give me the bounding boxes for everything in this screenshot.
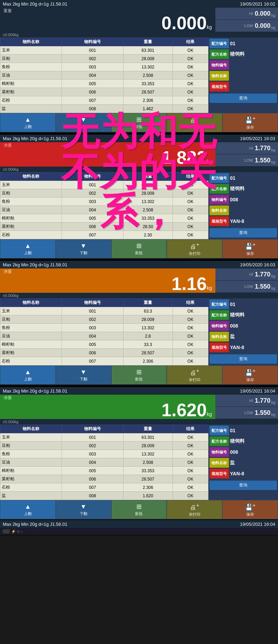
cell-code: 005 [62,80,123,88]
topbar-4: Max 2kg Min 20g d=1g J1.58.01 19/05/2021… [0,387,278,395]
info-panel-4: 配方编号 01 配方名称 猪饲料 物料编号 008 物料名称 盐 规格型号 YA… [208,425,278,500]
btn-reprint-1[interactable]: 🖨+ 补打印 [167,113,222,132]
low-label-4: LOW [244,411,253,415]
btn-save-4[interactable]: 💾+ 保存 [222,500,278,519]
up-icon-2: ▲ [25,242,31,250]
btn-reprint-3[interactable]: 🖨+ 补打印 [167,365,222,385]
reprint-icon-2: 🖨+ [190,241,199,250]
hi-unit-2: kg [271,148,275,152]
btn-save-label-1: 保存 [246,125,254,130]
weight-label-2: 净重 [3,143,12,148]
table-row: 豆油0042.8OK [0,332,208,340]
low-unit-4: kg [271,412,275,417]
btn-down-4[interactable]: ▼ 下翻 [56,500,111,519]
panel5-status: ⚡ 0-⌂ [0,528,278,535]
info-row-material-code-1: 物料编号 [209,60,277,70]
low-value-3: 1.550 [255,283,270,290]
panel-2: Max 2kg Min 20g d=1g J1.58.01 19/05/2021… [0,135,278,259]
up-icon-4: ▲ [25,503,31,510]
zero-row-1: ±0.000kg [0,32,278,38]
table-row: 盐0081.462OK [0,105,208,113]
btn-batch-1[interactable]: ⊞ 新批 [111,113,167,132]
search-button-3[interactable]: 查询 [209,354,277,364]
btn-up-3[interactable]: ▲ 上翻 [0,365,56,385]
weight-value-3: 1.16 [172,275,207,293]
btn-save-3[interactable]: 💾+ 保存 [222,365,278,385]
topbar-info-1: Max 2kg Min 20g d=1g J1.58.01 [3,1,67,7]
save-icon-3: 💾+ [245,368,256,377]
low-row-2: LOW 1.550 kg [215,154,278,167]
weight-side-4: HI 1.770 kg LOW 1.550 kg [215,395,278,419]
zero-text-3: ±0.000kg [3,293,18,298]
btn-save-1[interactable]: 💾+ 保存 [222,113,278,132]
table-row: 菜籽粕00628.507OK [0,88,208,96]
label-spec-2: 规格型号 [209,216,229,226]
btn-reprint-label-4: 补打印 [189,512,200,517]
btn-batch-4[interactable]: ⊞ 新批 [111,500,167,519]
table-row: 豆油0042.508OK [0,71,208,80]
hi-row-4: HI 1.770 kg [215,395,278,407]
btn-save-2[interactable]: 💾+ 保存 [222,239,278,258]
low-row-1: LOW 0.000 kg [215,20,278,32]
btn-batch-2[interactable]: ⊞ 新批 [111,239,167,258]
th-name-1: 物料名称 [0,38,62,46]
btn-reprint-2[interactable]: 🖨+ 补打印 [167,239,222,258]
value-material-name-4: 盐 [230,460,277,466]
low-label-1: LOW [244,24,253,28]
button-bar-4: ▲ 上翻 ▼ 下翻 ⊞ 新批 🖨+ 补打印 💾+ 保存 [0,500,278,519]
th-result-4: 结果 [173,425,208,433]
cell-code: 007 [62,96,123,105]
panel-4: Max 2kg Min 20g d=1g J1.58.01 19/05/2021… [0,387,278,520]
btn-down-1[interactable]: ▼ 下翻 [56,113,111,132]
btn-down-3[interactable]: ▼ 下翻 [56,365,111,385]
th-weight-3: 重量 [123,299,173,307]
btn-up-4[interactable]: ▲ 上翻 [0,500,56,519]
btn-down-2[interactable]: ▼ 下翻 [56,239,111,258]
value-formula-name-1: 猪饲料 [230,51,277,57]
label-material-code-1: 物料编号 [209,60,229,70]
th-code-2: 物料编号 [62,172,123,181]
low-value-container-3: 1.550 kg [255,283,275,290]
hi-label-3: HI [249,272,253,276]
btn-up-1[interactable]: ▲ 上翻 [0,113,56,132]
cell-weight: 28.009 [123,55,173,63]
table-row: 棉籽粕00533.353OK [0,80,208,88]
data-table-4: 物料名称 物料编号 重量 结果 玉米00163.301OK 豆粕00228.00… [0,425,208,500]
value-material-name-3: 盐 [230,333,277,340]
topbar-1: Max 2kg Min 20g d=1g J1.58.01 19/05/2021… [0,0,278,8]
weight-value-row-2: 1.882 kg [161,148,212,167]
btn-batch-label-2: 新批 [135,250,143,256]
btn-batch-3[interactable]: ⊞ 新批 [111,365,167,385]
table-row: 菜籽粕00628.507OK [0,475,208,483]
label-formula-code-3: 配方编号 [209,299,229,309]
weight-display-1: 重量 0.000 kg HI 0.000 kg LOW 0.000 kg [0,8,278,32]
low-unit-2: kg [271,160,275,164]
hi-unit-3: kg [271,274,275,278]
hi-unit-4: kg [271,400,275,404]
btn-reprint-4[interactable]: 🖨+ 补打印 [167,500,222,519]
table-row: 盐0081.620OK [0,492,208,500]
cell-code: 004 [62,71,123,80]
btn-up-2[interactable]: ▲ 上翻 [0,239,56,258]
cell-result: OK [173,80,208,88]
zero-text-4: ±0.000kg [3,420,18,424]
reprint-icon-4: 🖨+ [190,502,199,511]
weight-main-2: 净重 1.882 kg [0,142,215,167]
hi-value-container-4: 1.770 kg [255,397,275,404]
batch-icon-1: ⊞ [136,116,142,123]
btn-down-label-3: 下翻 [80,377,87,382]
cell-name: 玉米 [0,46,62,55]
reprint-icon-1: 🖨+ [190,115,199,124]
topbar-datetime-5: 19/05/2021 16:04 [240,522,275,527]
low-value-2: 1.550 [255,157,270,164]
zero-text-2: ±0.000kg [3,167,18,171]
btn-reprint-label-1: 补打印 [189,125,200,130]
topbar-info-3: Max 2kg Min 20g d=1g J1.58.01 [3,262,67,267]
search-button-4[interactable]: 查询 [209,481,277,490]
search-button-1[interactable]: 查询 [209,94,277,103]
th-result-2: 结果 [173,172,208,181]
value-formula-code-4: 01 [230,428,277,433]
value-formula-name-4: 猪饲料 [230,438,277,444]
hi-value-container-3: 1.770 kg [255,271,275,278]
search-button-2[interactable]: 查询 [209,228,277,238]
